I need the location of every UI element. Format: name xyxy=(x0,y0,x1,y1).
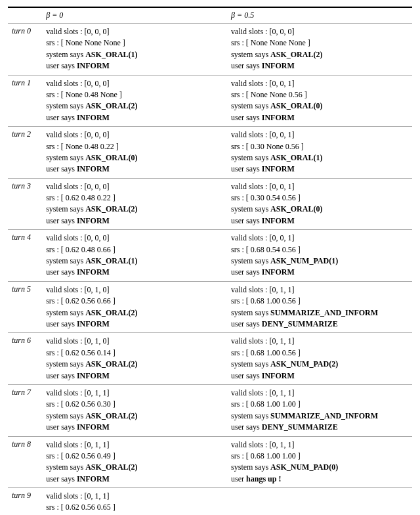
turn-label: turn 0 xyxy=(8,24,42,76)
table-row: turn 8valid slots : [0, 1, 1]srs : [ 0.6… xyxy=(8,436,412,488)
table-row: turn 5valid slots : [0, 1, 0]srs : [ 0.6… xyxy=(8,281,412,333)
turn-label: turn 8 xyxy=(8,436,42,488)
beta05-content: valid slots : [0, 1, 1]srs : [ 0.68 1.00… xyxy=(227,436,412,488)
beta05-content xyxy=(227,488,412,515)
beta0-content: valid slots : [0, 1, 0]srs : [ 0.62 0.56… xyxy=(42,281,227,333)
turn-label: turn 2 xyxy=(8,127,42,179)
beta0-content: valid slots : [0, 0, 0]srs : [ 0.62 0.48… xyxy=(42,178,227,230)
beta0-content: valid slots : [0, 1, 1]srs : [ 0.62 0.56… xyxy=(42,436,227,488)
turn-column-header xyxy=(8,7,42,24)
beta0-content: valid slots : [0, 0, 0]srs : [ None 0.48… xyxy=(42,127,227,179)
beta05-content: valid slots : [0, 1, 1]srs : [ 0.68 1.00… xyxy=(227,384,412,436)
beta0-content: valid slots : [0, 0, 0]srs : [ 0.62 0.48… xyxy=(42,230,227,282)
turn-label: turn 6 xyxy=(8,333,42,385)
table-row: turn 3valid slots : [0, 0, 0]srs : [ 0.6… xyxy=(8,178,412,230)
turn-label: turn 9 xyxy=(8,488,42,515)
main-table: β = 0 β = 0.5 turn 0valid slots : [0, 0,… xyxy=(8,7,412,515)
beta05-column-header: β = 0.5 xyxy=(227,7,412,24)
beta05-content: valid slots : [0, 0, 0]srs : [ None None… xyxy=(227,24,412,76)
beta0-content: valid slots : [0, 0, 0]srs : [ None 0.48… xyxy=(42,75,227,127)
beta0-column-header: β = 0 xyxy=(42,7,227,24)
beta05-content: valid slots : [0, 1, 1]srs : [ 0.68 1.00… xyxy=(227,333,412,385)
beta0-content: valid slots : [0, 1, 0]srs : [ 0.62 0.56… xyxy=(42,333,227,385)
beta05-content: valid slots : [0, 1, 1]srs : [ 0.68 1.00… xyxy=(227,281,412,333)
turn-label: turn 7 xyxy=(8,384,42,436)
beta05-content: valid slots : [0, 0, 1]srs : [ 0.30 None… xyxy=(227,127,412,179)
beta0-content: valid slots : [0, 0, 0]srs : [ None None… xyxy=(42,24,227,76)
table-row: turn 7valid slots : [0, 1, 1]srs : [ 0.6… xyxy=(8,384,412,436)
turn-label: turn 4 xyxy=(8,230,42,282)
beta0-content: valid slots : [0, 1, 1]srs : [ 0.62 0.56… xyxy=(42,384,227,436)
beta05-content: valid slots : [0, 0, 1]srs : [ None None… xyxy=(227,75,412,127)
turn-label: turn 3 xyxy=(8,178,42,230)
table-row: turn 4valid slots : [0, 0, 0]srs : [ 0.6… xyxy=(8,230,412,282)
turn-label: turn 5 xyxy=(8,281,42,333)
beta05-content: valid slots : [0, 0, 1]srs : [ 0.30 0.54… xyxy=(227,178,412,230)
turn-label: turn 1 xyxy=(8,75,42,127)
table-row: turn 9valid slots : [0, 1, 1]srs : [ 0.6… xyxy=(8,488,412,515)
table-row: turn 2valid slots : [0, 0, 0]srs : [ Non… xyxy=(8,127,412,179)
beta05-content: valid slots : [0, 0, 1]srs : [ 0.68 0.54… xyxy=(227,230,412,282)
table-row: turn 0valid slots : [0, 0, 0]srs : [ Non… xyxy=(8,24,412,76)
beta0-content: valid slots : [0, 1, 1]srs : [ 0.62 0.56… xyxy=(42,488,227,515)
table-row: turn 1valid slots : [0, 0, 0]srs : [ Non… xyxy=(8,75,412,127)
table-row: turn 6valid slots : [0, 1, 0]srs : [ 0.6… xyxy=(8,333,412,385)
